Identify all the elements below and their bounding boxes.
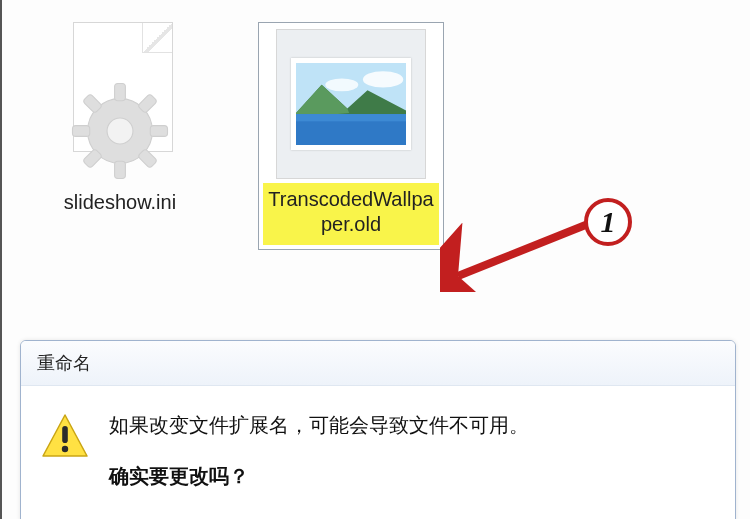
warning-icon bbox=[41, 412, 89, 460]
dialog-confirm-question: 确实要更改吗？ bbox=[109, 463, 529, 490]
annotation-arrow bbox=[440, 192, 610, 292]
file-item-transcoded-wallpaper[interactable]: TranscodedWallpaper.old bbox=[258, 22, 444, 250]
svg-line-18 bbox=[458, 224, 588, 276]
svg-point-12 bbox=[325, 78, 358, 91]
svg-point-21 bbox=[62, 446, 68, 452]
rename-dialog: 重命名 如果改变文件扩展名，可能会导致文件不可用。 确实要更改吗？ bbox=[20, 340, 736, 519]
file-label: slideshow.ini bbox=[64, 191, 176, 213]
annotation-marker-1: 1 bbox=[584, 198, 632, 246]
svg-point-11 bbox=[363, 71, 403, 87]
svg-rect-16 bbox=[296, 114, 406, 121]
image-thumbnail-icon bbox=[276, 29, 426, 179]
svg-rect-3 bbox=[72, 125, 89, 136]
file-item-slideshow-ini[interactable]: slideshow.ini bbox=[30, 22, 210, 215]
file-label-editing: TranscodedWallpaper.old bbox=[263, 183, 439, 245]
svg-rect-1 bbox=[115, 83, 126, 100]
svg-point-9 bbox=[107, 118, 133, 144]
svg-rect-4 bbox=[150, 125, 167, 136]
file-browser-view: slideshow.ini TranscodedWallpaper.old bbox=[2, 0, 750, 340]
dialog-message: 如果改变文件扩展名，可能会导致文件不可用。 bbox=[109, 412, 529, 439]
svg-rect-2 bbox=[115, 161, 126, 178]
dialog-title: 重命名 bbox=[21, 341, 735, 386]
config-file-icon bbox=[55, 22, 185, 182]
svg-rect-20 bbox=[62, 426, 68, 443]
dialog-text: 如果改变文件扩展名，可能会导致文件不可用。 确实要更改吗？ bbox=[109, 412, 529, 490]
